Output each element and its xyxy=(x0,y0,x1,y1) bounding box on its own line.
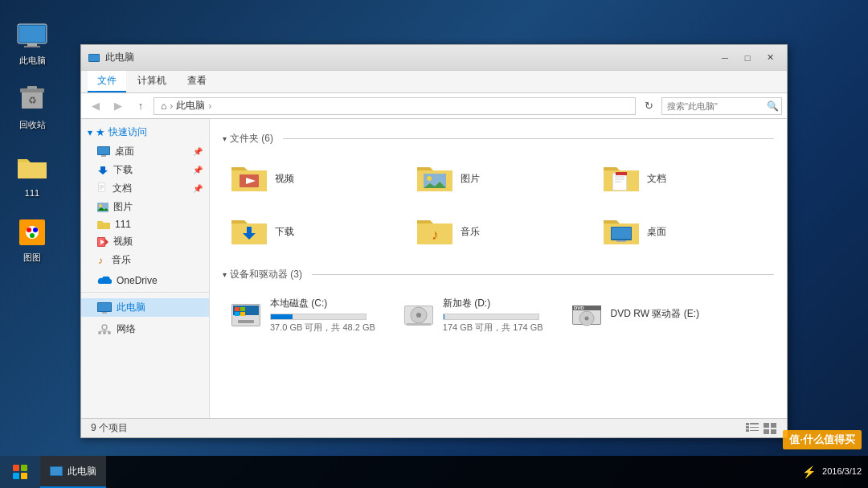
view-tiles-button[interactable] xyxy=(763,421,777,436)
svg-text:♻: ♻ xyxy=(28,95,37,106)
bluetooth-icon[interactable]: ⚡ xyxy=(802,465,816,478)
svg-rect-62 xyxy=(238,320,254,323)
watermark-text: 值·什么值得买 xyxy=(789,433,855,445)
drive-item-e[interactable]: DVD DVD RW 驱动器 (E:) xyxy=(563,291,708,339)
sidebar-item-download[interactable]: 下载 📌 xyxy=(81,161,209,179)
folder-item-download[interactable]: 下载 xyxy=(223,208,402,255)
folder-item-videos[interactable]: 视频 xyxy=(223,155,402,202)
sidebar-item-111[interactable]: 111 xyxy=(81,216,209,232)
folder-grid: 视频 图片 xyxy=(223,155,774,255)
tray-time[interactable]: 2016/3/12 xyxy=(822,465,862,478)
address-bar: ◀ ▶ ↑ ⌂ › 此电脑 › ↻ 🔍 xyxy=(81,93,787,119)
address-segment-home[interactable]: ⌂ xyxy=(161,100,166,112)
svg-rect-86 xyxy=(51,467,62,475)
folder-download-label: 下载 xyxy=(275,225,294,239)
svg-rect-80 xyxy=(750,430,759,431)
svg-marker-26 xyxy=(105,239,108,245)
desktop-icon-paint[interactable]: 图图 xyxy=(8,213,56,266)
main-area: ▾ ★ 快速访问 桌面 📌 下载 xyxy=(81,119,787,418)
address-path[interactable]: ⌂ › 此电脑 › xyxy=(154,97,636,115)
svg-text:DVD: DVD xyxy=(574,306,584,310)
drive-item-d[interactable]: 新加卷 (D:) 174 GB 可用，共 174 GB xyxy=(395,291,551,339)
refresh-button[interactable]: ↻ xyxy=(639,97,658,115)
view-details-button[interactable] xyxy=(745,421,760,436)
svg-rect-59 xyxy=(240,307,245,311)
taskbar-explorer-app[interactable]: 此电脑 xyxy=(40,456,106,488)
sidebar-item-thispc[interactable]: 此电脑 xyxy=(81,298,209,317)
watermark: 值·什么值得买 xyxy=(783,430,862,449)
sidebar-folder-icon xyxy=(97,219,110,230)
up-button[interactable]: ↑ xyxy=(131,97,150,115)
svg-rect-58 xyxy=(235,307,240,311)
svg-rect-78 xyxy=(750,427,759,428)
drive-grid: 本地磁盘 (C:) 37.0 GB 可用，共 48.2 GB xyxy=(223,291,774,339)
sidebar-item-network[interactable]: 网络 xyxy=(81,320,209,338)
svg-point-43 xyxy=(427,176,432,181)
svg-point-35 xyxy=(103,331,106,334)
svg-text:♪: ♪ xyxy=(432,227,439,243)
sidebar-quickaccess[interactable]: ▾ ★ 快速访问 xyxy=(81,122,209,142)
folder-item-music[interactable]: ♪ 音乐 xyxy=(408,208,588,255)
drives-label: 设备和驱动器 (3) xyxy=(230,268,302,281)
tray-date: 2016/3/12 xyxy=(822,465,862,478)
sidebar-item-docs[interactable]: 文档 📌 xyxy=(81,179,209,198)
svg-rect-61 xyxy=(240,312,245,316)
folder-music-label: 音乐 xyxy=(461,225,480,239)
folder-pictures-label: 图片 xyxy=(461,172,480,186)
thispc-label: 此电脑 xyxy=(117,301,145,314)
svg-rect-74 xyxy=(746,423,749,425)
drive-item-c[interactable]: 本地磁盘 (C:) 37.0 GB 可用，共 48.2 GB xyxy=(223,291,383,339)
sidebar-desktop-icon xyxy=(97,146,110,158)
title-bar: 此电脑 ─ □ ✕ xyxy=(81,45,787,71)
folder-desktop-label: 桌面 xyxy=(647,225,666,239)
content-pane: ▾ 文件夹 (6) 视频 xyxy=(210,119,787,418)
folders-section-header[interactable]: ▾ 文件夹 (6) xyxy=(223,132,774,146)
forward-button[interactable]: ▶ xyxy=(108,97,128,115)
ribbon: 文件 计算机 查看 xyxy=(81,71,787,93)
sidebar-item-desktop[interactable]: 桌面 📌 xyxy=(81,142,209,161)
sidebar-videos-icon xyxy=(97,237,108,247)
explorer-title-icon xyxy=(88,51,100,64)
svg-rect-16 xyxy=(98,147,109,154)
folder-item-pictures[interactable]: 图片 xyxy=(408,155,588,202)
svg-rect-60 xyxy=(235,312,240,316)
svg-point-33 xyxy=(102,325,107,330)
taskbar-explorer-label: 此电脑 xyxy=(68,465,96,478)
drive-name-d: 新加卷 (D:) xyxy=(443,297,543,310)
minimize-button[interactable]: ─ xyxy=(714,50,735,66)
desktop-icon-recycle[interactable]: ♻ 回收站 xyxy=(8,80,56,133)
search-wrapper: 🔍 xyxy=(661,97,782,115)
maximize-button[interactable]: □ xyxy=(737,50,758,66)
search-input[interactable] xyxy=(661,97,782,115)
close-button[interactable]: ✕ xyxy=(760,50,780,66)
drives-section-header[interactable]: ▾ 设备和驱动器 (3) xyxy=(223,268,774,281)
folder-icon-docs xyxy=(602,162,641,195)
ribbon-tab-file[interactable]: 文件 xyxy=(88,71,126,92)
sidebar-item-videos[interactable]: 视频 xyxy=(81,232,209,251)
desktop-icon-pc[interactable]: 此电脑 xyxy=(8,16,56,69)
drive-space-c: 37.0 GB 可用，共 48.2 GB xyxy=(270,322,375,334)
quickaccess-chevron: ▾ xyxy=(88,127,92,138)
back-button[interactable]: ◀ xyxy=(86,97,105,115)
sidebar-download-icon xyxy=(97,165,108,176)
sidebar-pictures-icon xyxy=(97,203,108,212)
svg-rect-76 xyxy=(750,424,759,424)
svg-point-36 xyxy=(108,331,111,334)
folder-item-docs[interactable]: 文档 xyxy=(595,155,774,202)
start-button[interactable] xyxy=(0,456,40,488)
folder-icon-desktop xyxy=(602,215,641,248)
quickaccess-label: 快速访问 xyxy=(108,125,147,139)
desktop-icon-folder111[interactable]: 111 xyxy=(8,149,56,202)
svg-point-66 xyxy=(416,313,421,318)
onedrive-label: OneDrive xyxy=(117,275,158,286)
folder-item-desktop[interactable]: 桌面 xyxy=(595,208,774,255)
drive-icon-c xyxy=(230,299,262,331)
sidebar-item-pictures[interactable]: 图片 xyxy=(81,198,209,216)
address-segment-thispc[interactable]: 此电脑 xyxy=(176,99,205,113)
sidebar-item-onedrive[interactable]: OneDrive xyxy=(81,273,209,289)
sidebar-item-music[interactable]: ♪ 音乐 xyxy=(81,251,209,269)
ribbon-tab-computer[interactable]: 计算机 xyxy=(128,71,176,92)
ribbon-tab-view[interactable]: 查看 xyxy=(178,71,216,92)
taskbar: 此电脑 ⚡ 2016/3/12 xyxy=(0,456,868,488)
sidebar-pictures-label: 图片 xyxy=(113,200,133,214)
